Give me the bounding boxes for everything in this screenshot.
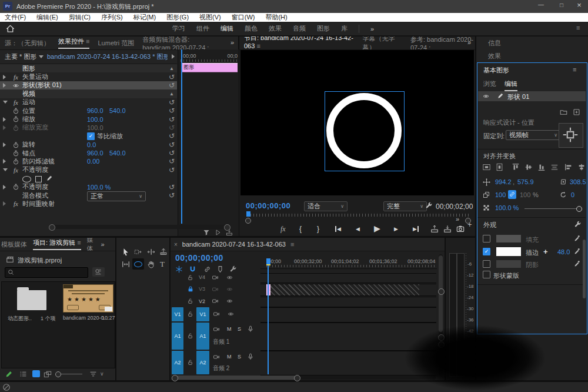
twirl-icon[interactable] [3,75,6,79]
stopwatch-icon[interactable] [12,150,20,157]
hand-tool[interactable] [147,260,155,268]
opacity-slider[interactable] [524,208,581,209]
stopwatch-icon[interactable] [12,184,20,190]
reset-icon[interactable]: ↺ [169,158,175,164]
reset-icon[interactable]: ↺ [169,133,175,139]
align-bottom-icon[interactable] [537,163,546,171]
tab-lumetri-scopes[interactable]: Lumetri 范围 [98,39,134,48]
add-stroke-icon[interactable]: + [543,247,548,256]
timeline-settings-wrench-icon[interactable] [229,265,237,273]
tab-program-monitor[interactable]: 节目: bandicam 2020-07-24 16-13-42-063 ≡ [244,36,354,50]
shadow-swatch[interactable] [496,260,521,268]
menu-sequence[interactable]: 序列(S) [101,13,123,22]
track-target-a1[interactable]: A1 [196,323,209,350]
stopwatch-icon[interactable] [12,158,20,165]
goto-in-button[interactable]: ◀ [335,226,341,232]
linked-selection-icon[interactable] [203,265,211,273]
lock-icon[interactable] [187,298,193,304]
anchor-y-value[interactable]: 540.0 [109,150,126,157]
track-v4-content[interactable] [260,273,436,283]
track-target-a2[interactable]: A2 [196,351,209,374]
source-patch-v1[interactable]: V1 [172,307,183,321]
export-frame-button[interactable] [456,225,465,233]
track-name[interactable]: V3 [199,286,205,292]
lock-icon[interactable] [187,311,193,317]
position-y-value[interactable]: 540.0 [109,107,126,114]
lock-icon[interactable] [187,333,193,339]
track-v1-content[interactable] [260,307,436,323]
twirl-icon[interactable] [3,125,6,130]
reset-icon[interactable]: ↺ [169,82,175,88]
ec-section-graphics[interactable]: 图形 ▲ [0,64,177,72]
eyedropper-icon[interactable] [574,248,581,255]
track-output-eye-icon[interactable] [227,311,235,317]
track-output-eye-icon[interactable] [226,274,233,281]
reset-icon[interactable]: ↺ [169,117,175,122]
new-layer-icon[interactable] [573,108,580,116]
twirl-icon[interactable] [3,201,6,206]
new-folder-icon[interactable] [560,108,567,116]
play-button[interactable]: ▶ [374,224,380,233]
ec-sequence-label[interactable]: bandicam 2020-07-24 16-13-42-063 * 图形 [47,52,168,61]
tab-effects[interactable]: 效果 [488,52,501,61]
freeform-view-icon[interactable] [44,370,52,378]
sync-lock-icon[interactable] [213,354,220,360]
export-settings-icon[interactable] [226,229,233,236]
sync-lock-icon[interactable] [212,286,219,293]
twirl-icon[interactable] [3,117,6,122]
lock-icon-locked[interactable] [187,285,194,293]
project-item-clip[interactable]: ★★★★★ bandicam 2020-0... 10:27 [62,284,113,323]
razor-tool[interactable] [159,248,168,256]
zoom-slider-handle[interactable] [55,371,61,377]
reset-icon[interactable]: ↺ [169,108,175,114]
ec-graphic-clip[interactable]: 图形 [182,63,238,72]
item-name[interactable]: 动态图形.. [8,315,32,323]
slip-tool[interactable] [122,260,130,268]
sync-lock-icon[interactable] [212,298,219,304]
tab-media-browser[interactable]: 媒体 [87,238,95,251]
menu-markers[interactable]: 标记(M) [133,13,156,22]
type-tool[interactable]: T [160,260,165,269]
snap-magnet-icon[interactable] [189,265,196,273]
ec-row-motion[interactable]: fx 运动 ↺ [0,98,177,107]
mark-in-button[interactable]: { [299,225,302,233]
workspace-tab-libraries[interactable]: 库 [341,24,348,33]
twirl-icon[interactable] [3,185,6,190]
tab-sequence[interactable]: bandicam 2020-07-24 16-13-42-063 [182,241,286,248]
zoom-level-select[interactable]: 适合∨ [304,201,348,211]
step-forward-button[interactable]: ▶ [394,226,398,232]
source-patch-a2[interactable]: A2 [172,351,183,374]
timeline-h-scrollbar[interactable] [172,376,436,380]
ec-playhead[interactable] [181,49,182,224]
align-left-icon[interactable] [564,163,573,171]
reset-icon[interactable]: ↺ [169,167,175,173]
distribute-icon[interactable] [550,163,559,171]
menu-clip[interactable]: 剪辑(C) [69,13,91,22]
mute-button[interactable]: M [227,326,232,332]
ec-master-label[interactable]: 主要 * 图形 [5,52,36,61]
sync-lock-icon[interactable] [213,326,220,333]
mute-button[interactable]: M [227,354,232,360]
align-hcenter-video-icon[interactable] [482,163,491,171]
tab-captions[interactable]: 字幕（无字幕） [362,36,402,50]
link-scale-icon[interactable] [508,190,516,199]
zoom-slider-track[interactable] [61,374,82,374]
ripple-edit-tool[interactable] [147,248,155,256]
menu-help[interactable]: 帮助(H) [265,13,287,22]
workspace-tab-editing[interactable]: 编辑 [220,24,233,33]
eye-icon[interactable] [482,93,490,99]
tab-template-media[interactable]: 模板媒体 [1,240,27,249]
eyedropper-icon[interactable] [574,235,581,242]
reset-icon[interactable]: ↺ [169,184,175,190]
workspace-tab-color[interactable]: 颜色 [245,24,258,33]
chevron-down-icon[interactable]: ∨ [100,371,104,377]
track-target-v1[interactable]: V1 [196,307,209,321]
monitor-tab-overflow-icon[interactable]: » [467,39,471,46]
tab-source-monitor[interactable]: 源：（无剪辑） [5,39,50,48]
eg-scale-value[interactable]: 100 [495,191,506,198]
workspace-menu-icon[interactable]: ≡ [576,24,580,31]
sync-lock-icon[interactable] [213,311,220,317]
project-item-folder[interactable]: 动态图形.. 1 个项 [6,284,57,323]
menu-file[interactable]: 文件(F) [5,13,26,22]
ec-row-time-remap[interactable]: fx 时间重映射 [0,200,177,208]
